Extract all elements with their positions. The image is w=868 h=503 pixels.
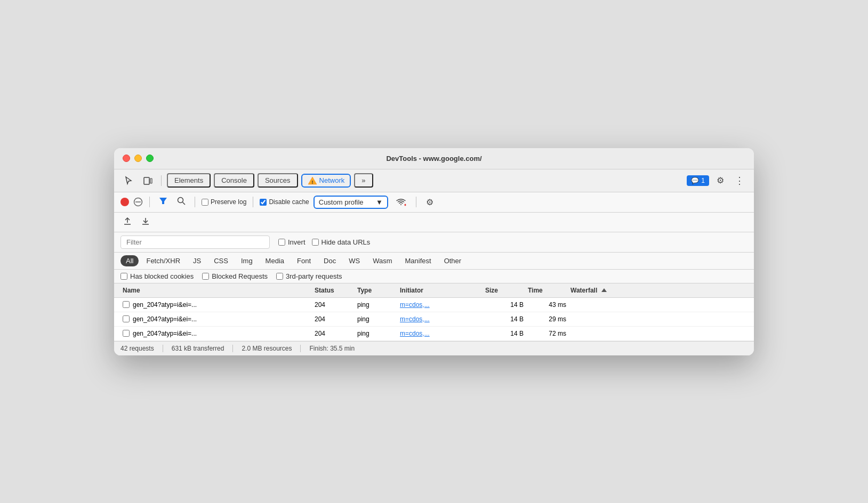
device-icon [143, 176, 152, 185]
svg-line-8 [183, 202, 186, 205]
third-party-label[interactable]: 3rd-party requests [276, 272, 342, 280]
throttle-wifi-button[interactable] [392, 195, 409, 209]
toolbar-right: 💬 1 ⚙ ⋮ [687, 173, 748, 189]
type-filter-all[interactable]: All [120, 255, 139, 266]
blocked-cookies-checkbox[interactable] [120, 273, 127, 280]
disable-cache-checkbox[interactable] [260, 199, 267, 206]
row-2-type-cell: ping [355, 312, 398, 326]
row-2-size-cell: 14 B [483, 312, 526, 326]
filter-input[interactable] [120, 236, 270, 249]
search-button[interactable] [174, 195, 188, 209]
preserve-log-label[interactable]: Preserve log [202, 198, 246, 206]
preserve-log-checkbox[interactable] [202, 199, 208, 206]
title-bar: DevTools - www.google.com/ [114, 148, 754, 169]
close-button[interactable] [123, 155, 130, 162]
col-status[interactable]: Status [312, 286, 355, 295]
filter-icon [158, 196, 168, 206]
col-initiator[interactable]: Initiator [398, 286, 483, 295]
table-row[interactable]: gen_204?atyp=i&ei=... 204 ping m=cdos,..… [114, 327, 754, 341]
row-1-size-cell: 14 B [483, 298, 526, 312]
no-entry-icon [133, 197, 143, 207]
row-3-waterfall-cell [568, 330, 748, 337]
row-1-checkbox[interactable] [123, 301, 130, 308]
type-filter-js[interactable]: JS [188, 255, 206, 266]
import-button[interactable] [120, 215, 134, 229]
custom-profile-dropdown[interactable]: Custom profile ▼ [314, 196, 388, 209]
row-3-checkbox[interactable] [123, 330, 130, 337]
sort-ascending-icon [601, 288, 607, 292]
type-filter-media[interactable]: Media [260, 255, 290, 266]
nt-separator-2 [195, 197, 195, 207]
tab-bar: Elements Console Sources ! Network » 💬 1… [114, 169, 754, 192]
filter-bar: Invert Hide data URLs [114, 232, 754, 253]
requests-count: 42 requests [120, 345, 163, 352]
devtools-window: DevTools - www.google.com/ Elements Cons… [114, 148, 754, 355]
row-1-initiator-cell[interactable]: m=cdos,... [398, 298, 483, 312]
col-time[interactable]: Time [526, 286, 568, 295]
blocked-requests-label[interactable]: Blocked Requests [202, 272, 268, 280]
chat-icon: 💬 [691, 177, 699, 184]
hide-data-urls-label[interactable]: Hide data URLs [312, 238, 371, 246]
row-2-checkbox[interactable] [123, 315, 130, 322]
type-filter-bar: All Fetch/XHR JS CSS Img Media Font Doc … [114, 253, 754, 270]
col-name[interactable]: Name [120, 286, 312, 295]
row-2-time-cell: 29 ms [526, 312, 568, 326]
dropdown-chevron-icon: ▼ [376, 198, 383, 206]
record-button[interactable] [120, 198, 129, 206]
maximize-button[interactable] [146, 155, 154, 162]
cursor-icon [124, 176, 133, 185]
invert-checkbox[interactable] [278, 239, 285, 246]
window-title: DevTools - www.google.com/ [386, 155, 481, 163]
more-options-button[interactable]: ⋮ [732, 173, 748, 189]
type-filter-font[interactable]: Font [292, 255, 316, 266]
col-waterfall[interactable]: Waterfall [568, 286, 735, 295]
type-filter-ws[interactable]: WS [343, 255, 365, 266]
tab-sources[interactable]: Sources [258, 173, 298, 188]
tab-console[interactable]: Console [214, 173, 254, 188]
minimize-button[interactable] [134, 155, 142, 162]
table-row[interactable]: gen_204?atyp=i&ei=... 204 ping m=cdos,..… [114, 312, 754, 327]
row-1-time-cell: 43 ms [526, 298, 568, 312]
type-filter-fetch-xhr[interactable]: Fetch/XHR [141, 255, 186, 266]
row-2-initiator-cell[interactable]: m=cdos,... [398, 312, 483, 326]
tab-elements[interactable]: Elements [167, 173, 211, 188]
transferred-size: 631 kB transferred [172, 345, 234, 352]
row-3-size-cell: 14 B [483, 327, 526, 340]
row-2-name-cell: gen_204?atyp=i&ei=... [120, 312, 312, 326]
export-button[interactable] [139, 215, 152, 229]
row-3-name-cell: gen_204?atyp=i&ei=... [120, 327, 312, 340]
type-filter-manifest[interactable]: Manifest [399, 255, 436, 266]
blocked-requests-checkbox[interactable] [202, 273, 209, 280]
tab-more[interactable]: » [354, 173, 373, 188]
messages-badge-button[interactable]: 💬 1 [687, 175, 709, 186]
nt-separator-3 [253, 197, 253, 207]
inspect-element-button[interactable] [120, 174, 136, 188]
invert-label[interactable]: Invert [278, 238, 306, 246]
col-type[interactable]: Type [355, 286, 398, 295]
filter-button[interactable] [156, 195, 170, 209]
type-filter-doc[interactable]: Doc [318, 255, 341, 266]
row-3-type-cell: ping [355, 327, 398, 340]
table-row[interactable]: gen_204?atyp=i&ei=... 204 ping m=cdos,..… [114, 298, 754, 312]
blocked-cookies-label[interactable]: Has blocked cookies [120, 272, 194, 280]
gear-settings-icon: ⚙ [426, 197, 433, 207]
nt-separator-4 [416, 197, 416, 207]
type-filter-wasm[interactable]: Wasm [367, 255, 397, 266]
disable-cache-label[interactable]: Disable cache [260, 198, 309, 206]
magnifier-icon [176, 196, 186, 206]
type-filter-other[interactable]: Other [439, 255, 467, 266]
third-party-checkbox[interactable] [276, 273, 283, 280]
type-filter-img[interactable]: Img [236, 255, 258, 266]
tab-network[interactable]: ! Network [301, 174, 351, 188]
clear-button[interactable] [133, 197, 143, 207]
settings-button[interactable]: ⚙ [713, 173, 727, 188]
network-settings-button[interactable]: ⚙ [423, 195, 437, 209]
svg-rect-0 [144, 177, 149, 184]
type-filter-css[interactable]: CSS [208, 255, 234, 266]
col-size[interactable]: Size [483, 286, 526, 295]
network-toolbar-2 [114, 213, 754, 232]
device-toolbar-button[interactable] [140, 174, 156, 188]
row-3-initiator-cell[interactable]: m=cdos,... [398, 327, 483, 340]
hide-data-urls-checkbox[interactable] [312, 239, 319, 246]
svg-rect-1 [150, 179, 152, 183]
